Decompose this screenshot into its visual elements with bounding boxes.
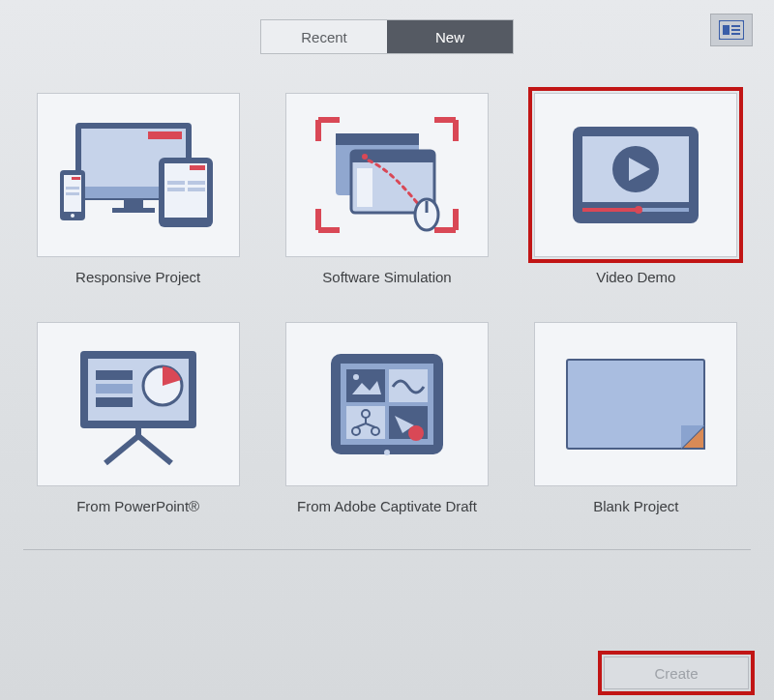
responsive-devices-icon (56, 117, 221, 233)
presentation-board-icon (61, 341, 216, 467)
svg-rect-21 (66, 187, 79, 190)
tile-blank-project[interactable] (534, 322, 737, 486)
tile-from-powerpoint[interactable] (37, 322, 240, 486)
tab-new[interactable]: New (387, 20, 513, 53)
card-label: From PowerPoint® (76, 498, 199, 514)
svg-rect-20 (72, 177, 80, 180)
svg-rect-22 (66, 192, 79, 195)
svg-rect-17 (188, 188, 205, 191)
card-label: Responsive Project (75, 269, 200, 285)
tab-group: Recent New (260, 19, 514, 54)
svg-point-61 (408, 425, 424, 441)
card-software-simulation: Software Simulation (283, 93, 490, 285)
svg-rect-42 (96, 384, 133, 394)
card-label: From Adobe Captivate Draft (297, 498, 477, 514)
svg-rect-14 (167, 181, 185, 185)
svg-rect-4 (731, 33, 740, 35)
card-from-powerpoint: From PowerPoint® (35, 322, 241, 514)
project-type-grid: Responsive Project (0, 58, 774, 514)
svg-rect-13 (190, 165, 205, 170)
blank-page-icon (553, 346, 718, 462)
svg-rect-7 (148, 131, 182, 139)
list-view-icon (719, 20, 744, 40)
footer-bar: Create (0, 646, 774, 700)
card-blank-project: Blank Project (533, 322, 739, 514)
svg-rect-1 (723, 25, 729, 35)
svg-rect-3 (731, 29, 740, 31)
card-from-captivate-draft: From Adobe Captivate Draft (283, 322, 490, 514)
tab-recent[interactable]: Recent (261, 20, 387, 53)
svg-rect-15 (167, 188, 185, 191)
card-label: Blank Project (593, 498, 678, 514)
svg-point-38 (635, 206, 642, 214)
tile-software-simulation[interactable] (285, 93, 489, 257)
svg-rect-51 (346, 369, 385, 402)
svg-rect-28 (357, 168, 372, 207)
svg-point-50 (384, 450, 390, 455)
video-player-icon (563, 117, 708, 233)
view-toggle-button[interactable] (710, 14, 753, 46)
svg-point-23 (71, 214, 74, 218)
card-video-demo: Video Demo (533, 93, 739, 285)
draft-tablet-icon (310, 346, 464, 462)
svg-rect-2 (731, 25, 740, 27)
svg-rect-37 (582, 208, 639, 212)
tile-video-demo[interactable] (534, 93, 737, 257)
screen-capture-icon (305, 112, 469, 238)
svg-rect-41 (96, 370, 133, 380)
svg-rect-16 (188, 181, 205, 185)
create-button[interactable]: Create (604, 656, 749, 689)
svg-line-47 (138, 436, 171, 463)
tile-responsive-project[interactable] (37, 93, 240, 257)
svg-line-46 (105, 436, 138, 463)
tile-from-captivate-draft[interactable] (285, 322, 489, 486)
svg-rect-43 (96, 397, 133, 407)
svg-point-56 (353, 374, 359, 380)
svg-point-29 (362, 154, 368, 160)
card-responsive-project: Responsive Project (35, 93, 241, 285)
top-bar: Recent New (0, 0, 774, 58)
svg-rect-25 (336, 133, 419, 145)
svg-rect-10 (112, 208, 155, 213)
section-divider (23, 549, 751, 550)
card-label: Video Demo (596, 269, 675, 285)
svg-rect-9 (124, 200, 143, 208)
card-label: Software Simulation (322, 269, 451, 285)
